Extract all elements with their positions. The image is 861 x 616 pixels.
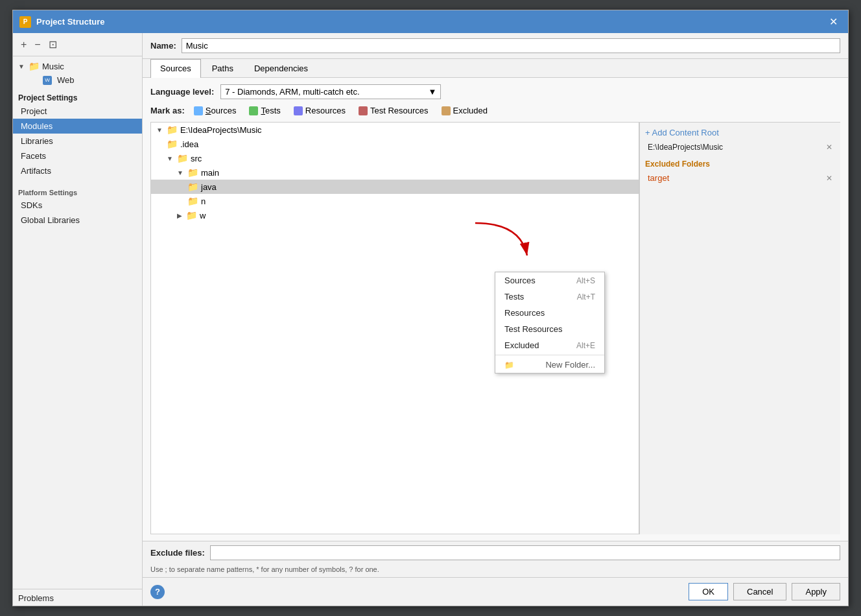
context-menu-resources[interactable]: Resources (495, 305, 604, 321)
tab-sources[interactable]: Sources (150, 59, 201, 78)
context-menu-separator (495, 355, 604, 355)
context-menu-new-folder[interactable]: 📁 New Folder... (495, 357, 604, 373)
add-content-root-button[interactable]: + Add Content Root (645, 128, 835, 137)
tree-item-main[interactable]: ▼ 📁 main (151, 165, 639, 180)
dialog-body: + − ⊡ ▼ 📁 Music W Web Project Settings P… (13, 33, 848, 606)
module-name: Music (42, 62, 64, 71)
content-root-path-label: E:\IdeaProjects\Music (648, 143, 723, 152)
apply-button[interactable]: Apply (792, 583, 840, 600)
sidebar-item-sdks[interactable]: SDKs (13, 198, 142, 213)
excluded-color-icon (442, 106, 451, 115)
module-web[interactable]: W Web (13, 73, 142, 87)
mark-tests-badge[interactable]: Tests (245, 104, 284, 117)
app-icon: P (19, 16, 31, 28)
tree-item-idea[interactable]: 📁 .idea (151, 137, 639, 151)
context-menu: Sources Alt+S Tests Alt+T Resources (495, 272, 605, 373)
folder-icon: 📁 (177, 153, 188, 163)
sources-color-icon (194, 106, 203, 115)
sidebar-item-modules[interactable]: Modules (13, 119, 142, 134)
mark-resources-badge[interactable]: Resources (290, 104, 349, 117)
name-input[interactable] (182, 38, 840, 53)
close-button[interactable]: ✕ (825, 14, 842, 29)
tree-item-java[interactable]: 📁 java (151, 180, 639, 194)
chevron-down-icon: ▼ (167, 155, 173, 162)
context-menu-new-folder-icon: 📁 (504, 361, 514, 370)
language-level-label: Language level: (150, 87, 214, 97)
sidebar-item-libraries[interactable]: Libraries (13, 134, 142, 148)
module-web-label: Web (57, 75, 75, 85)
excluded-item-target-label: target (648, 173, 669, 183)
tree-item-n-label: n (201, 196, 206, 206)
remove-content-root-button[interactable]: ✕ (826, 143, 832, 152)
language-level-select[interactable]: 7 - Diamonds, ARM, multi-catch etc. ▼ (220, 84, 441, 99)
chevron-down-icon: ▼ (18, 63, 25, 70)
project-settings-header: Project Settings (13, 89, 142, 104)
sidebar-item-project[interactable]: Project (13, 104, 142, 119)
title-bar: P Project Structure ✕ (13, 10, 848, 33)
tree-item-n[interactable]: 📁 n (151, 194, 639, 208)
ok-button[interactable]: OK (689, 583, 728, 600)
cancel-button[interactable]: Cancel (733, 583, 786, 600)
copy-module-button[interactable]: ⊡ (46, 37, 60, 52)
folder-icon: 📁 (187, 182, 198, 192)
excluded-folders-header: Excluded Folders (645, 160, 835, 169)
context-menu-test-resources[interactable]: Test Resources (495, 321, 604, 337)
module-toolbar: + − ⊡ (13, 33, 142, 56)
tab-dependencies[interactable]: Dependencies (244, 59, 318, 77)
chevron-down-icon: ▼ (177, 169, 183, 176)
mark-excluded-badge[interactable]: Excluded (438, 104, 491, 117)
sources-content: Language level: 7 - Diamonds, ARM, multi… (143, 78, 848, 541)
platform-settings-header: Platform Settings (13, 184, 142, 198)
language-level-value: 7 - Diamonds, ARM, multi-catch etc. (225, 87, 359, 97)
context-menu-sources-label: Sources (504, 276, 536, 285)
tree-item-w-label: w (200, 211, 206, 220)
left-panel: + − ⊡ ▼ 📁 Music W Web Project Settings P… (13, 33, 143, 606)
chevron-right-icon: ▶ (177, 212, 182, 219)
exclude-files-row: Exclude files: (143, 541, 848, 564)
resources-badge-label: Resources (305, 106, 346, 115)
context-menu-sources[interactable]: Sources Alt+S (495, 272, 604, 289)
remove-excluded-button[interactable]: ✕ (826, 174, 832, 183)
mark-sources-badge[interactable]: Sources (190, 104, 241, 117)
tree-item-main-label: main (201, 168, 219, 178)
name-row: Name: (143, 33, 848, 59)
help-button[interactable]: ? (150, 585, 165, 599)
sidebar-item-problems[interactable]: Problems (13, 589, 142, 606)
mark-test-resources-badge[interactable]: Test Resources (355, 104, 432, 117)
mark-as-label: Mark as: (150, 106, 185, 115)
exclude-files-input[interactable] (210, 545, 840, 560)
test-resources-badge-label: Test Resources (370, 106, 429, 115)
add-module-button[interactable]: + (18, 37, 29, 52)
chevron-down-icon: ▼ (156, 126, 163, 134)
context-menu-new-folder-label: New Folder... (545, 360, 595, 370)
tree-item-src[interactable]: ▼ 📁 src (151, 151, 639, 165)
tab-paths[interactable]: Paths (202, 59, 243, 77)
tree-item-w[interactable]: ▶ 📁 w (151, 208, 639, 222)
tree-item-java-label: java (201, 182, 217, 192)
title-bar-left: P Project Structure (19, 16, 104, 28)
resources-color-icon (294, 106, 303, 115)
remove-module-button[interactable]: − (32, 37, 43, 52)
language-level-row: Language level: 7 - Diamonds, ARM, multi… (150, 84, 840, 99)
tree-item-idea-label: .idea (180, 139, 198, 149)
project-structure-dialog: P Project Structure ✕ + − ⊡ ▼ 📁 Music W (12, 10, 849, 606)
sidebar-item-facets[interactable]: Facets (13, 148, 142, 163)
context-menu-excluded[interactable]: Excluded Alt+E (495, 337, 604, 353)
tests-color-icon (249, 106, 258, 115)
folder-icon: 📁 (167, 124, 178, 135)
content-root-path: E:\IdeaProjects\Music ✕ (645, 141, 835, 153)
module-music[interactable]: ▼ 📁 Music (13, 59, 142, 73)
context-menu-tests[interactable]: Tests Alt+T (495, 289, 604, 305)
sidebar-item-global-libraries[interactable]: Global Libraries (13, 213, 142, 228)
tree-item-root-label: E:\IdeaProjects\Music (180, 125, 262, 135)
tree-item-root[interactable]: ▼ 📁 E:\IdeaProjects\Music (151, 123, 639, 137)
folder-icon: 📁 (187, 167, 198, 178)
sidebar-item-artifacts[interactable]: Artifacts (13, 163, 142, 178)
excluded-badge-label: Excluded (453, 106, 488, 115)
file-tree-area: ▼ 📁 E:\IdeaProjects\Music 📁 .idea ▼ (150, 122, 840, 534)
content-root-panel: + Add Content Root E:\IdeaProjects\Music… (639, 122, 840, 534)
file-tree: ▼ 📁 E:\IdeaProjects\Music 📁 .idea ▼ (150, 122, 639, 534)
context-menu-excluded-label: Excluded (504, 340, 539, 350)
test-resources-color-icon (359, 106, 368, 115)
excluded-item-target: target ✕ (645, 172, 835, 184)
